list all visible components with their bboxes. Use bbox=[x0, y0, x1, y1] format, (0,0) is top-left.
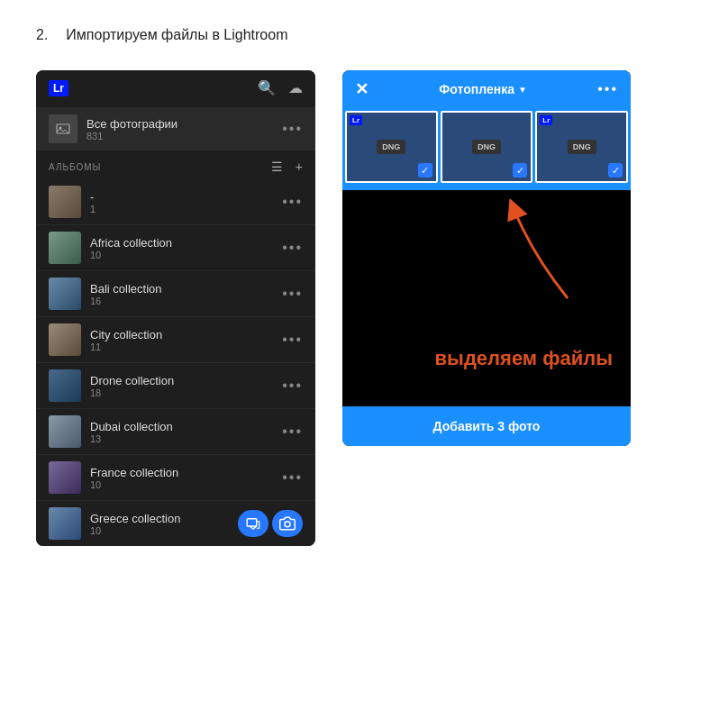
album-menu[interactable]: ••• bbox=[282, 423, 303, 440]
albums-actions: ☰ + bbox=[271, 159, 303, 174]
screenshots-row: Lr 🔍 ☁ Все фотографии 831 bbox=[36, 70, 692, 546]
svg-point-3 bbox=[285, 522, 290, 527]
album-count: 16 bbox=[90, 296, 273, 306]
chevron-down-icon: ▼ bbox=[518, 85, 527, 95]
all-photos-row[interactable]: Все фотографии 831 ••• bbox=[36, 107, 315, 150]
album-name: Africa collection bbox=[90, 236, 273, 250]
cloud-icon[interactable]: ☁ bbox=[288, 79, 303, 96]
album-count: 13 bbox=[90, 433, 273, 444]
album-thumb bbox=[49, 507, 81, 540]
album-count: 10 bbox=[90, 250, 273, 260]
photo-check[interactable]: ✓ bbox=[608, 163, 623, 178]
highlight-text: выделяем файлы bbox=[435, 347, 613, 370]
add-album-icon[interactable]: + bbox=[296, 159, 303, 174]
all-photos-label: Все фотографии bbox=[86, 117, 273, 131]
album-info: Africa collection 10 bbox=[90, 236, 273, 260]
list-item[interactable]: Dubai collection 13 ••• bbox=[36, 409, 315, 455]
album-menu[interactable]: ••• bbox=[282, 286, 303, 302]
album-thumb bbox=[49, 323, 81, 356]
right-header: ✕ Фотопленка ▼ ••• bbox=[342, 70, 631, 108]
album-info: - 1 bbox=[90, 190, 273, 214]
import-from-files-button[interactable] bbox=[238, 510, 268, 537]
list-item[interactable]: Greece collection 10 bbox=[36, 501, 315, 546]
left-phone-panel: Lr 🔍 ☁ Все фотографии 831 bbox=[36, 70, 315, 546]
album-thumb bbox=[49, 278, 81, 310]
lr-badge: Lr bbox=[350, 115, 362, 125]
svg-rect-2 bbox=[247, 519, 257, 526]
album-count: 11 bbox=[90, 341, 273, 352]
photo-cell[interactable]: Lr DNG ✓ bbox=[345, 111, 438, 183]
album-info: City collection 11 bbox=[90, 328, 273, 352]
photo-check[interactable]: ✓ bbox=[513, 163, 527, 178]
take-photo-button[interactable] bbox=[272, 510, 303, 537]
list-item[interactable]: Drone collection 18 ••• bbox=[36, 363, 315, 409]
lr-header-icons: 🔍 ☁ bbox=[258, 79, 303, 96]
right-main-area: выделяем файлы bbox=[342, 190, 631, 406]
dng-label: DNG bbox=[377, 140, 405, 154]
search-icon[interactable]: 🔍 bbox=[258, 79, 276, 96]
album-menu[interactable]: ••• bbox=[282, 469, 303, 486]
step-number: 2. bbox=[36, 27, 48, 43]
photo-cell[interactable]: Lr DNG ✓ bbox=[535, 111, 628, 183]
greece-action-buttons bbox=[238, 510, 303, 537]
lr-logo: Lr bbox=[49, 80, 68, 96]
right-phone-panel: ✕ Фотопленка ▼ ••• Lr DNG ✓ DNG ✓ bbox=[342, 70, 631, 446]
album-count: 1 bbox=[90, 204, 273, 214]
annotation-arrow bbox=[505, 199, 577, 307]
album-thumb bbox=[49, 415, 81, 448]
album-info: Greece collection 10 bbox=[90, 512, 229, 536]
all-photos-info: Все фотографии 831 bbox=[86, 117, 273, 141]
photos-strip: Lr DNG ✓ DNG ✓ Lr DNG ✓ bbox=[342, 108, 631, 190]
lr-header: Lr 🔍 ☁ bbox=[36, 70, 315, 105]
album-menu[interactable]: ••• bbox=[282, 378, 303, 394]
album-thumb bbox=[49, 461, 81, 494]
photo-cell[interactable]: DNG ✓ bbox=[441, 111, 533, 183]
album-name: City collection bbox=[90, 328, 273, 341]
page-container: 2. Импортируем файлы в Lightroom Lr 🔍 ☁ bbox=[36, 27, 692, 546]
all-photos-count: 831 bbox=[86, 131, 273, 141]
photos-icon bbox=[56, 122, 70, 136]
list-item[interactable]: - 1 ••• bbox=[36, 179, 315, 225]
list-item[interactable]: Africa collection 10 ••• bbox=[36, 225, 315, 271]
album-info: Bali collection 16 bbox=[90, 282, 273, 306]
album-name: - bbox=[90, 190, 273, 204]
album-name: Dubai collection bbox=[90, 420, 273, 433]
album-count: 18 bbox=[90, 387, 273, 398]
all-photos-thumb bbox=[49, 114, 77, 143]
album-thumb bbox=[49, 232, 81, 264]
album-info: Dubai collection 13 bbox=[90, 420, 273, 444]
import-files-icon bbox=[245, 515, 261, 532]
album-name: Drone collection bbox=[90, 374, 273, 387]
album-name: Greece collection bbox=[90, 512, 229, 525]
album-info: France collection 10 bbox=[90, 466, 273, 490]
close-button[interactable]: ✕ bbox=[355, 79, 369, 99]
album-count: 10 bbox=[90, 479, 273, 490]
list-item[interactable]: France collection 10 ••• bbox=[36, 455, 315, 501]
album-menu[interactable]: ••• bbox=[282, 240, 303, 256]
album-menu[interactable]: ••• bbox=[282, 332, 303, 348]
add-photos-button[interactable]: Добавить 3 фото bbox=[342, 406, 631, 446]
list-item[interactable]: Bali collection 16 ••• bbox=[36, 271, 315, 317]
step-header: 2. Импортируем файлы в Lightroom bbox=[36, 27, 692, 43]
album-name: Bali collection bbox=[90, 282, 273, 296]
photo-check[interactable]: ✓ bbox=[418, 163, 432, 178]
dng-label: DNG bbox=[472, 140, 501, 154]
camera-icon bbox=[279, 515, 296, 532]
album-menu[interactable]: ••• bbox=[282, 194, 303, 210]
album-list: - 1 ••• Africa collection 10 ••• bbox=[36, 179, 315, 546]
album-count: 10 bbox=[90, 525, 229, 536]
albums-section-label: АЛЬБОМЫ bbox=[49, 162, 101, 172]
album-thumb bbox=[49, 186, 81, 218]
lr-badge: Lr bbox=[540, 115, 552, 125]
dng-label: DNG bbox=[568, 140, 596, 154]
album-name: France collection bbox=[90, 466, 273, 479]
album-thumb bbox=[49, 369, 81, 402]
sort-icon[interactable]: ☰ bbox=[271, 159, 283, 174]
step-title: Импортируем файлы в Lightroom bbox=[66, 27, 287, 43]
list-item[interactable]: City collection 11 ••• bbox=[36, 317, 315, 363]
album-info: Drone collection 18 bbox=[90, 374, 273, 398]
all-photos-menu[interactable]: ••• bbox=[282, 121, 303, 137]
albums-header: АЛЬБОМЫ ☰ + bbox=[36, 152, 315, 179]
right-header-title: Фотопленка ▼ bbox=[439, 82, 526, 96]
right-panel-menu[interactable]: ••• bbox=[597, 81, 618, 97]
